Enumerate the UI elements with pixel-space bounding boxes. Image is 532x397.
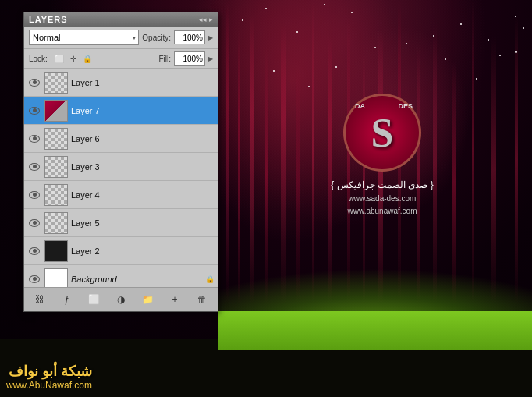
blend-mode-wrapper[interactable]: Normal: [29, 30, 139, 45]
eye-visibility-icon[interactable]: [27, 160, 41, 174]
star: [335, 66, 337, 68]
star: [273, 70, 275, 72]
layer-name-label: Layer 2: [71, 246, 215, 256]
opacity-input[interactable]: [174, 30, 205, 44]
layer-thumbnail: [44, 212, 68, 234]
fx-button[interactable]: ƒ: [59, 291, 76, 308]
delete-layer-button[interactable]: 🗑: [193, 291, 211, 308]
star: [265, 8, 267, 9]
star: [488, 39, 489, 41]
star: [523, 27, 524, 29]
star: [351, 12, 353, 13]
lock-label: Lock:: [29, 55, 48, 63]
logo-url1: www.sada-des.com: [296, 193, 468, 205]
bright-star: [515, 51, 517, 53]
blend-mode-value: Normal: [33, 33, 60, 42]
fill-label: Fill:: [158, 55, 171, 63]
layer-row[interactable]: Layer 6: [24, 125, 218, 153]
link-button[interactable]: ⛓: [31, 291, 48, 308]
lock-all-icon[interactable]: 🔒: [82, 53, 93, 64]
fill-arrow[interactable]: ▶: [208, 55, 213, 62]
star: [515, 16, 516, 17]
opacity-arrow[interactable]: ▶: [208, 34, 213, 41]
star: [242, 19, 243, 21]
layer-name-label: Layer 3: [71, 162, 215, 172]
logo-url2: www.abunawaf.com: [296, 205, 468, 218]
eye-visibility-icon[interactable]: [27, 244, 41, 258]
layers-panel: LAYERS ◂◂ ▸ Normal Opacity: ▶ Lock: ⬜ ✛ …: [23, 12, 218, 312]
layer-lock-badge: 🔒: [206, 275, 215, 283]
layer-name-label: Layer 4: [71, 190, 215, 200]
panel-title-controls[interactable]: ◂◂ ▸: [199, 16, 213, 23]
layer-name-label: Layer 7: [71, 106, 215, 115]
layer-name-label: Background: [71, 275, 203, 284]
panel-title-bar: LAYERS ◂◂ ▸: [24, 12, 218, 27]
logo-s-letter: S: [371, 110, 394, 156]
layer-name-label: Layer 1: [71, 78, 215, 87]
logo-dades-text: DES: [398, 102, 413, 110]
bottom-branding: شبكة أبو نواف www.AbuNawaf.com: [6, 363, 92, 391]
adjustment-button[interactable]: ◑: [112, 291, 129, 308]
layers-list: Layer 1Layer 7Layer 6Layer 3Layer 4Layer…: [24, 69, 218, 287]
layer-thumbnail: [44, 100, 68, 122]
layer-row[interactable]: Layer 3: [24, 153, 218, 181]
eye-visibility-icon[interactable]: [27, 188, 41, 202]
layer-name-label: Layer 5: [71, 218, 215, 228]
fill-input[interactable]: [174, 51, 205, 66]
eye-visibility-icon[interactable]: [27, 216, 41, 230]
logo-tagline-arabic: { صدى الصمت جرافيكس }: [296, 178, 468, 193]
lock-position-icon[interactable]: ✛: [68, 53, 79, 64]
panel-collapse-icon[interactable]: ◂◂: [199, 16, 207, 23]
star: [296, 31, 298, 33]
layer-row[interactable]: Layer 2: [24, 237, 218, 265]
logo-sa-text: DA: [355, 102, 365, 110]
new-layer-button[interactable]: +: [166, 291, 183, 308]
star: [445, 58, 446, 60]
layer-thumbnail: [44, 72, 68, 94]
layer-thumbnail: [44, 184, 68, 206]
star: [324, 4, 325, 5]
layer-thumbnail: [44, 240, 68, 262]
star: [406, 43, 407, 44]
mask-button[interactable]: ⬜: [85, 291, 102, 308]
logo-text-block: { صدى الصمت جرافيكس } www.sada-des.com w…: [296, 178, 468, 218]
logo-circle: DA DES S: [343, 94, 421, 172]
panel-footer: ⛓ ƒ ⬜ ◑ 📁 + 🗑: [24, 287, 218, 311]
star: [499, 55, 501, 56]
layer-thumbnail: [44, 268, 68, 288]
group-button[interactable]: 📁: [140, 291, 157, 308]
eye-visibility-icon[interactable]: [27, 76, 41, 90]
lock-pixels-icon[interactable]: ⬜: [54, 53, 65, 64]
layer-row[interactable]: Background🔒: [24, 265, 218, 287]
eye-visibility-icon[interactable]: [27, 272, 41, 286]
layer-row[interactable]: Layer 1: [24, 69, 218, 97]
eye-visibility-icon[interactable]: [27, 132, 41, 146]
star: [433, 35, 434, 37]
star: [308, 86, 310, 87]
star: [374, 47, 376, 48]
panel-menu-icon[interactable]: ▸: [209, 16, 213, 23]
layer-thumbnail: [44, 156, 68, 178]
blend-mode-select[interactable]: Normal: [29, 30, 139, 45]
star: [460, 23, 462, 25]
layer-row[interactable]: Layer 7: [24, 97, 218, 125]
branding-url: www.AbuNawaf.com: [6, 380, 92, 391]
layer-row[interactable]: Layer 4: [24, 181, 218, 209]
lock-fill-row: Lock: ⬜ ✛ 🔒 Fill: ▶: [24, 49, 218, 69]
eye-visibility-icon[interactable]: [27, 104, 41, 118]
layer-row[interactable]: Layer 5: [24, 209, 218, 237]
opacity-label: Opacity:: [142, 34, 171, 42]
logo-area: DA DES S { صدى الصمت جرافيكس } www.sada-…: [296, 94, 468, 218]
blend-opacity-row: Normal Opacity: ▶: [24, 27, 218, 49]
ground-green: [218, 311, 532, 350]
branding-arabic-title: شبكة أبو نواف: [6, 363, 92, 380]
layer-thumbnail: [44, 128, 68, 150]
layer-name-label: Layer 6: [71, 134, 215, 144]
star: [476, 78, 477, 80]
panel-title: LAYERS: [29, 15, 68, 24]
